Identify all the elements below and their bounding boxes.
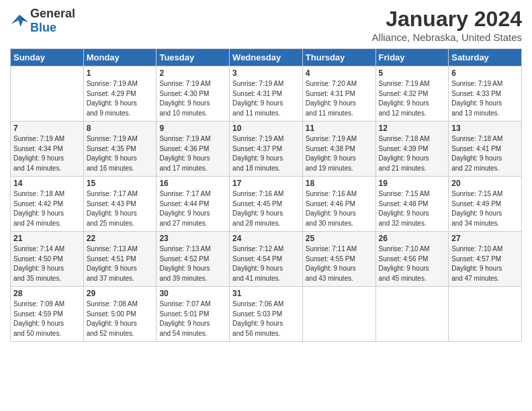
day-number: 21 — [13, 234, 81, 243]
day-number: 4 — [306, 68, 373, 78]
calendar-cell: 28Sunrise: 7:09 AM Sunset: 4:59 PM Dayli… — [11, 287, 84, 342]
day-number: 22 — [87, 234, 154, 243]
day-info: Sunrise: 7:14 AM Sunset: 4:50 PM Dayligh… — [13, 244, 81, 283]
day-info: Sunrise: 7:11 AM Sunset: 4:55 PM Dayligh… — [306, 244, 373, 283]
day-number: 9 — [159, 124, 226, 133]
header-day-monday: Monday — [83, 49, 157, 66]
calendar-cell: 16Sunrise: 7:17 AM Sunset: 4:44 PM Dayli… — [157, 177, 230, 232]
calendar-cell: 20Sunrise: 7:15 AM Sunset: 4:49 PM Dayli… — [449, 177, 522, 232]
calendar-cell: 23Sunrise: 7:13 AM Sunset: 4:52 PM Dayli… — [157, 232, 230, 287]
day-info: Sunrise: 7:08 AM Sunset: 5:00 PM Dayligh… — [87, 300, 154, 338]
day-number: 17 — [232, 179, 300, 188]
day-info: Sunrise: 7:13 AM Sunset: 4:52 PM Dayligh… — [159, 244, 226, 283]
day-info: Sunrise: 7:19 AM Sunset: 4:38 PM Dayligh… — [306, 134, 373, 173]
day-number: 20 — [451, 179, 519, 188]
day-number: 10 — [232, 124, 300, 133]
logo-general: General — [30, 7, 75, 20]
calendar-cell: 27Sunrise: 7:10 AM Sunset: 4:57 PM Dayli… — [449, 232, 522, 287]
calendar-cell: 24Sunrise: 7:12 AM Sunset: 4:54 PM Dayli… — [230, 232, 303, 287]
day-info: Sunrise: 7:18 AM Sunset: 4:39 PM Dayligh… — [379, 134, 446, 173]
calendar-cell: 22Sunrise: 7:13 AM Sunset: 4:51 PM Dayli… — [83, 232, 157, 287]
day-info: Sunrise: 7:07 AM Sunset: 5:01 PM Dayligh… — [159, 300, 226, 338]
day-number: 27 — [451, 234, 519, 243]
day-number: 14 — [13, 179, 81, 188]
week-row-3: 21Sunrise: 7:14 AM Sunset: 4:50 PM Dayli… — [11, 232, 522, 287]
calendar-cell: 3Sunrise: 7:19 AM Sunset: 4:31 PM Daylig… — [230, 66, 303, 122]
calendar-cell: 18Sunrise: 7:16 AM Sunset: 4:46 PM Dayli… — [302, 177, 375, 232]
day-info: Sunrise: 7:13 AM Sunset: 4:51 PM Dayligh… — [87, 244, 154, 283]
header-day-wednesday: Wednesday — [230, 49, 303, 66]
calendar-cell: 5Sunrise: 7:19 AM Sunset: 4:32 PM Daylig… — [375, 66, 449, 122]
calendar-cell: 12Sunrise: 7:18 AM Sunset: 4:39 PM Dayli… — [375, 122, 449, 177]
calendar-cell: 19Sunrise: 7:15 AM Sunset: 4:48 PM Dayli… — [375, 177, 449, 232]
day-info: Sunrise: 7:10 AM Sunset: 4:57 PM Dayligh… — [451, 244, 519, 283]
title-block: January 2024 Alliance, Nebraska, United … — [372, 7, 522, 43]
calendar-cell: 31Sunrise: 7:06 AM Sunset: 5:03 PM Dayli… — [230, 287, 303, 342]
location-title: Alliance, Nebraska, United States — [372, 32, 522, 43]
header-day-saturday: Saturday — [449, 49, 522, 66]
day-number: 25 — [306, 234, 373, 243]
day-info: Sunrise: 7:12 AM Sunset: 4:54 PM Dayligh… — [232, 244, 300, 283]
day-number: 15 — [87, 179, 154, 188]
day-info: Sunrise: 7:19 AM Sunset: 4:35 PM Dayligh… — [87, 134, 154, 173]
day-info: Sunrise: 7:18 AM Sunset: 4:41 PM Dayligh… — [451, 134, 519, 173]
logo: General Blue — [10, 7, 75, 35]
day-info: Sunrise: 7:19 AM Sunset: 4:37 PM Dayligh… — [232, 134, 300, 173]
week-row-4: 28Sunrise: 7:09 AM Sunset: 4:59 PM Dayli… — [11, 287, 522, 342]
calendar-cell: 14Sunrise: 7:18 AM Sunset: 4:42 PM Dayli… — [11, 177, 84, 232]
day-info: Sunrise: 7:15 AM Sunset: 4:48 PM Dayligh… — [379, 189, 446, 228]
calendar-cell — [375, 287, 449, 342]
calendar-cell — [11, 66, 84, 122]
main-container: General Blue January 2024 Alliance, Nebr… — [0, 0, 532, 349]
day-info: Sunrise: 7:19 AM Sunset: 4:32 PM Dayligh… — [379, 79, 446, 118]
calendar-table: SundayMondayTuesdayWednesdayThursdayFrid… — [10, 48, 522, 342]
day-number: 11 — [306, 124, 373, 133]
day-info: Sunrise: 7:19 AM Sunset: 4:33 PM Dayligh… — [451, 79, 519, 118]
header-day-thursday: Thursday — [302, 49, 375, 66]
calendar-cell: 8Sunrise: 7:19 AM Sunset: 4:35 PM Daylig… — [83, 122, 157, 177]
day-number: 2 — [159, 68, 226, 78]
calendar-cell: 11Sunrise: 7:19 AM Sunset: 4:38 PM Dayli… — [302, 122, 375, 177]
day-number: 24 — [232, 234, 300, 243]
day-number: 31 — [232, 289, 300, 298]
calendar-cell: 2Sunrise: 7:19 AM Sunset: 4:30 PM Daylig… — [157, 66, 230, 122]
day-number: 1 — [87, 68, 154, 78]
calendar-header: SundayMondayTuesdayWednesdayThursdayFrid… — [11, 49, 522, 66]
day-info: Sunrise: 7:18 AM Sunset: 4:42 PM Dayligh… — [13, 189, 81, 228]
day-number: 18 — [306, 179, 373, 188]
header-day-sunday: Sunday — [11, 49, 84, 66]
day-info: Sunrise: 7:06 AM Sunset: 5:03 PM Dayligh… — [232, 300, 300, 338]
logo-text: General Blue — [30, 7, 75, 35]
header-row-days: SundayMondayTuesdayWednesdayThursdayFrid… — [11, 49, 522, 66]
day-number: 19 — [379, 179, 446, 188]
calendar-cell: 30Sunrise: 7:07 AM Sunset: 5:01 PM Dayli… — [157, 287, 230, 342]
day-number: 26 — [379, 234, 446, 243]
day-info: Sunrise: 7:17 AM Sunset: 4:43 PM Dayligh… — [87, 189, 154, 228]
calendar-cell: 25Sunrise: 7:11 AM Sunset: 4:55 PM Dayli… — [302, 232, 375, 287]
day-number: 30 — [159, 289, 226, 298]
day-info: Sunrise: 7:09 AM Sunset: 4:59 PM Dayligh… — [13, 300, 81, 338]
day-number: 16 — [159, 179, 226, 188]
calendar-cell — [302, 287, 375, 342]
week-row-1: 7Sunrise: 7:19 AM Sunset: 4:34 PM Daylig… — [11, 122, 522, 177]
day-number: 13 — [451, 124, 519, 133]
day-info: Sunrise: 7:17 AM Sunset: 4:44 PM Dayligh… — [159, 189, 226, 228]
logo-icon — [10, 13, 29, 28]
day-info: Sunrise: 7:19 AM Sunset: 4:31 PM Dayligh… — [232, 79, 300, 118]
day-info: Sunrise: 7:19 AM Sunset: 4:36 PM Dayligh… — [159, 134, 226, 173]
day-info: Sunrise: 7:19 AM Sunset: 4:34 PM Dayligh… — [13, 134, 81, 173]
calendar-cell: 7Sunrise: 7:19 AM Sunset: 4:34 PM Daylig… — [11, 122, 84, 177]
header-day-tuesday: Tuesday — [157, 49, 230, 66]
day-info: Sunrise: 7:19 AM Sunset: 4:30 PM Dayligh… — [159, 79, 226, 118]
calendar-cell: 26Sunrise: 7:10 AM Sunset: 4:56 PM Dayli… — [375, 232, 449, 287]
calendar-cell: 9Sunrise: 7:19 AM Sunset: 4:36 PM Daylig… — [157, 122, 230, 177]
calendar-cell: 4Sunrise: 7:20 AM Sunset: 4:31 PM Daylig… — [302, 66, 375, 122]
day-number: 12 — [379, 124, 446, 133]
day-number: 8 — [87, 124, 154, 133]
header-day-friday: Friday — [375, 49, 449, 66]
calendar-cell: 1Sunrise: 7:19 AM Sunset: 4:29 PM Daylig… — [83, 66, 157, 122]
day-number: 23 — [159, 234, 226, 243]
day-info: Sunrise: 7:16 AM Sunset: 4:45 PM Dayligh… — [232, 189, 300, 228]
header-row: General Blue January 2024 Alliance, Nebr… — [10, 7, 522, 43]
calendar-cell: 29Sunrise: 7:08 AM Sunset: 5:00 PM Dayli… — [83, 287, 157, 342]
